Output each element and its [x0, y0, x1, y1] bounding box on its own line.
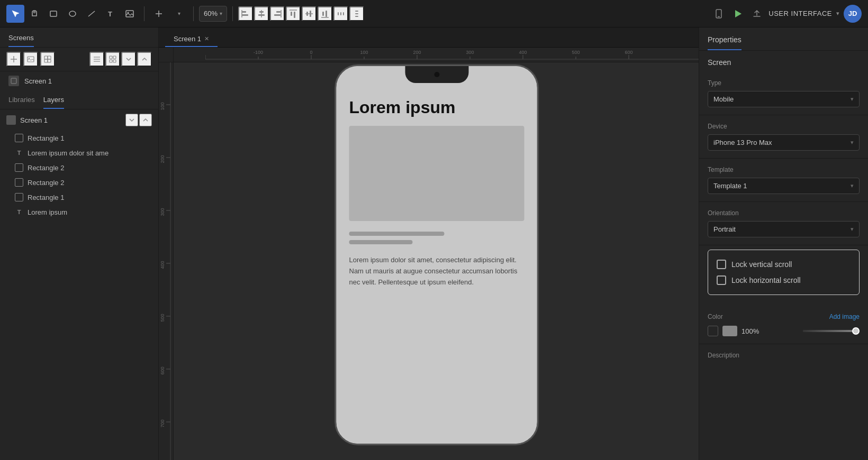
add-screen-btn[interactable]	[6, 52, 21, 67]
rectangle-tool[interactable]	[44, 5, 62, 23]
lock-horizontal-checkbox[interactable]	[717, 275, 726, 285]
layer-icon-rect	[15, 134, 23, 142]
properties-tab[interactable]: Properties	[708, 35, 742, 50]
align-center-v[interactable]	[302, 6, 317, 21]
text-tool[interactable]: T	[102, 5, 120, 23]
sort-up-btn[interactable]	[137, 52, 152, 67]
lock-horizontal-item[interactable]: Lock horizontal scroll	[717, 272, 851, 288]
add-component-screen-btn[interactable]	[40, 52, 55, 67]
zoom-control[interactable]: 60% ▾	[199, 6, 227, 22]
add-image-screen-btn[interactable]	[23, 52, 38, 67]
orientation-select[interactable]: Portrait ▾	[708, 221, 860, 237]
device-label: Device	[708, 123, 860, 130]
sort-grid-btn[interactable]	[105, 52, 120, 67]
type-select[interactable]: Mobile ▾	[708, 91, 860, 107]
mobile-preview-icon[interactable]	[711, 6, 726, 21]
screens-toolbar	[0, 48, 158, 71]
add-dropdown[interactable]: ▾	[170, 5, 188, 23]
upload-button[interactable]	[749, 6, 764, 21]
svg-text:300: 300	[466, 50, 474, 55]
lock-vertical-checkbox[interactable]	[717, 260, 726, 269]
opacity-slider[interactable]	[803, 330, 860, 332]
device-select[interactable]: iPhone 13 Pro Max ▾	[708, 134, 860, 151]
layer-icon-rect	[15, 193, 23, 201]
template-select[interactable]: Template 1 ▾	[708, 178, 860, 194]
distribute-v[interactable]	[349, 6, 364, 21]
canvas-tab-label: Screen 1	[174, 35, 201, 43]
align-right[interactable]	[270, 6, 285, 21]
align-group	[238, 6, 364, 21]
opacity-fill	[803, 330, 860, 332]
ui-chevron[interactable]: ▾	[836, 10, 839, 17]
layer-item[interactable]: Rectangle 2	[0, 175, 158, 190]
image-tool[interactable]	[121, 5, 139, 23]
svg-point-2	[69, 11, 76, 16]
template-section: Template Template 1 ▾	[699, 159, 868, 202]
align-center-h[interactable]	[254, 6, 269, 21]
right-panel: Properties Screen Type Mobile ▾ Device i…	[699, 27, 868, 460]
line-tool[interactable]	[83, 5, 101, 23]
layer-item[interactable]: Rectangle 1	[0, 190, 158, 205]
layers-tab[interactable]: Layers	[43, 90, 64, 109]
avatar[interactable]: JD	[844, 5, 862, 23]
svg-marker-35	[735, 10, 742, 17]
svg-rect-10	[242, 14, 248, 16]
svg-rect-25	[326, 11, 327, 17]
layers-screen-label: Screen 1	[20, 116, 48, 124]
svg-rect-31	[355, 13, 358, 14]
layer-item[interactable]: T Lorem ipsum dolor sit ame	[0, 145, 158, 160]
canvas-content: Lorem ipsum Lorem ipsum dolor sit amet, …	[175, 43, 699, 460]
svg-rect-51	[11, 78, 16, 84]
color-swatch[interactable]	[722, 326, 737, 336]
sep2	[193, 6, 194, 21]
layer-item[interactable]: Rectangle 2	[0, 160, 158, 175]
description-label: Description	[708, 352, 860, 359]
phone-line2	[349, 240, 413, 244]
phone-content: Lorem ipsum Lorem ipsum dolor sit amet, …	[337, 66, 537, 444]
canvas-tab-screen1[interactable]: Screen 1 ✕	[165, 31, 218, 47]
sort-down-btn[interactable]	[121, 52, 136, 67]
color-transparent-swatch[interactable]	[708, 326, 718, 336]
layer-label: Lorem ipsum	[28, 208, 67, 216]
svg-rect-5	[126, 11, 133, 17]
svg-text:0: 0	[310, 50, 312, 55]
template-value: Template 1	[713, 182, 747, 190]
add-tool[interactable]	[150, 5, 168, 23]
svg-text:-100: -100	[254, 50, 263, 55]
color-label: Color	[708, 313, 723, 320]
svg-text:600: 600	[160, 366, 165, 374]
anchor-tool[interactable]	[25, 5, 43, 23]
template-label: Template	[708, 166, 860, 173]
svg-rect-41	[48, 56, 51, 59]
phone-body-text: Lorem ipsum dolor sit amet, consectetur …	[349, 255, 525, 288]
ellipse-tool[interactable]	[64, 5, 82, 23]
screens-tab[interactable]: Screens	[8, 34, 34, 47]
select-tool[interactable]	[6, 5, 24, 23]
zoom-value: 60%	[204, 10, 218, 17]
libraries-tab[interactable]: Libraries	[8, 90, 35, 109]
svg-rect-19	[294, 12, 295, 18]
ruler-corner	[159, 48, 174, 62]
layer-icon-text: T	[15, 149, 23, 157]
layer-icon-text: T	[15, 208, 23, 216]
svg-rect-9	[242, 11, 246, 13]
align-top[interactable]	[286, 6, 301, 21]
sort-list-btn[interactable]	[89, 52, 104, 67]
layer-item[interactable]: T Lorem ipsum	[0, 205, 158, 219]
layer-item[interactable]: Rectangle 1	[0, 131, 158, 145]
screen-list-item[interactable]: Screen 1	[0, 71, 158, 90]
add-image-button[interactable]: Add image	[829, 313, 860, 320]
play-button[interactable]	[730, 6, 745, 21]
canvas-tab-close[interactable]: ✕	[204, 35, 209, 42]
layer-label: Rectangle 1	[28, 134, 64, 142]
distribute-h[interactable]	[333, 6, 348, 21]
align-bottom[interactable]	[318, 6, 332, 21]
align-left[interactable]	[238, 6, 253, 21]
lock-vertical-item[interactable]: Lock vertical scroll	[717, 256, 851, 272]
layer-list: Rectangle 1 T Lorem ipsum dolor sit ame …	[0, 131, 158, 219]
left-panel: Screens	[0, 27, 159, 460]
svg-text:100: 100	[160, 102, 165, 110]
phone-mockup: Lorem ipsum Lorem ipsum dolor sit amet, …	[335, 65, 539, 445]
layer-sort-up[interactable]	[139, 114, 152, 126]
layer-sort-down[interactable]	[125, 114, 138, 126]
